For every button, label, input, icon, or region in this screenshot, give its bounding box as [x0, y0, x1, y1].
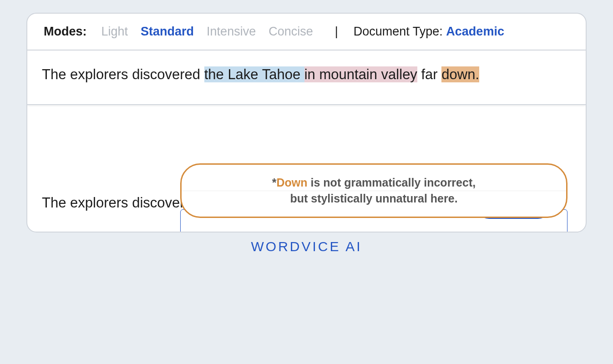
mode-concise[interactable]: Concise	[269, 25, 313, 39]
editor-panel: Modes: Light Standard Intensive Concise …	[26, 13, 587, 233]
callout-highlight-word: Down	[277, 176, 308, 189]
toolbar-separator: |	[335, 25, 338, 39]
highlight-blue-original[interactable]: the Lake Tahoe	[204, 66, 304, 82]
mode-standard[interactable]: Standard	[141, 25, 194, 39]
original-text-part1: The explorers discovered	[42, 66, 204, 82]
callout-asterisk: *	[272, 176, 277, 189]
callout-text-2: but stylistically unnatural here.	[290, 192, 457, 205]
brand-logo: WORDVICE AI	[26, 239, 587, 254]
corrected-text-area: The explorers discovered Lake Tahoe in a…	[27, 105, 586, 232]
doc-type-wrapper[interactable]: Document Type: Academic	[354, 25, 504, 39]
modes-label: Modes:	[44, 25, 87, 39]
original-text-part2: far	[417, 66, 441, 82]
mode-intensive[interactable]: Intensive	[207, 25, 256, 39]
doc-type-value: Academic	[446, 25, 504, 38]
highlight-pink-original[interactable]: in mountain valley	[304, 66, 417, 82]
highlight-orange-original[interactable]: down.	[441, 66, 479, 82]
mode-light[interactable]: Light	[101, 25, 128, 39]
toolbar: Modes: Light Standard Intensive Concise …	[27, 14, 586, 51]
callout-text-1: is not grammatically incorrect,	[308, 176, 476, 189]
original-text-area[interactable]: The explorers discovered the Lake Tahoe …	[27, 51, 586, 105]
doc-type-label: Document Type:	[354, 25, 446, 38]
suggestion-callout: *Down is not grammatically incorrect, bu…	[180, 163, 567, 218]
